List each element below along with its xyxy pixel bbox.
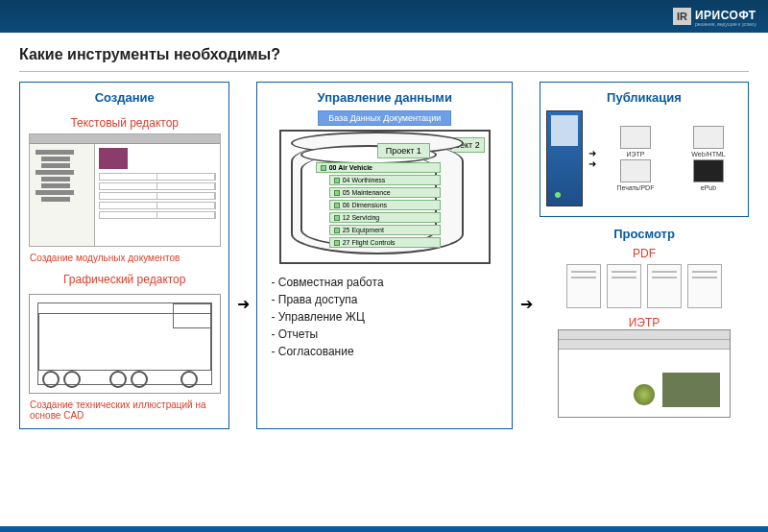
feature-item: - Управление ЖЦ — [271, 308, 498, 326]
footer-bar — [0, 526, 768, 532]
pdf-pages — [566, 264, 722, 308]
graphics-editor-caption: Создание технических иллюстраций на осно… — [26, 399, 223, 421]
tree-item: 27 Flight Controls — [329, 237, 441, 248]
output-ietp: ИЭТР — [602, 126, 669, 157]
feature-item: - Согласование — [271, 343, 498, 360]
feature-item: - Совместная работа — [271, 274, 498, 291]
title-divider — [19, 71, 749, 72]
text-editor-caption: Создание модульных документов — [26, 253, 223, 263]
database-diagram: Проект 2 00 Air Vehicle 04 Worthiness 05… — [279, 130, 491, 264]
printer-icon — [620, 159, 651, 182]
view-title: Просмотр — [613, 227, 675, 241]
creation-title: Создание — [95, 90, 155, 105]
feature-item: - Права доступа — [271, 291, 498, 308]
pdf-page-icon — [687, 264, 722, 308]
project-1-label: Проект 1 — [377, 143, 430, 158]
text-editor-label: Текстовый редактор — [70, 116, 179, 130]
publication-title: Публикация — [607, 90, 682, 105]
slide-title: Какие инструменты необходимы? — [0, 33, 768, 71]
tree-root-item: 00 Air Vehicle — [316, 162, 441, 173]
ietp-browser-mock — [558, 329, 731, 418]
view-block: Просмотр PDF ИЭТР — [540, 223, 749, 418]
db-label: База Данных Документации — [318, 110, 451, 126]
vehicle-image — [662, 373, 720, 407]
pdf-page-icon — [607, 264, 641, 308]
monitor-icon — [620, 126, 651, 149]
project-tree: 00 Air Vehicle 04 Worthiness 05 Maintena… — [316, 160, 441, 250]
tree-item: 04 Worthiness — [329, 175, 441, 185]
output-print: Печать/PDF — [602, 159, 669, 191]
logo-badge: IR — [673, 8, 691, 25]
arrow-1: ➜ — [239, 178, 247, 429]
tree-item: 25 Equipment — [329, 225, 441, 235]
brand-name: ИРИСОФТ — [695, 9, 756, 22]
tree-item: 12 Servicing — [329, 212, 441, 223]
browser-icon — [693, 126, 724, 149]
server-icon — [546, 110, 583, 206]
graphics-editor-label: Графический редактор — [63, 273, 186, 286]
pdf-page-icon — [647, 264, 682, 308]
tablet-icon — [693, 159, 724, 182]
tree-item: 06 Dimensions — [329, 200, 441, 210]
pdf-page-icon — [566, 264, 601, 308]
pdf-label: PDF — [633, 247, 656, 260]
arrow-2: ➔ — [522, 178, 530, 429]
creation-column: Создание Текстовый редактор — [19, 82, 229, 429]
tree-item: 05 Maintenance — [329, 187, 441, 198]
data-mgmt-title: Управление данными — [318, 90, 452, 105]
output-web: Web/HTML — [675, 126, 742, 157]
publication-box: Публикация ➜➜ ИЭТР Web/HTML Печать/PD — [540, 82, 749, 217]
publication-column: Публикация ➜➜ ИЭТР Web/HTML Печать/PD — [540, 82, 749, 429]
brand-logo: IR ИРИСОФТ решения, ведущие к успеху — [673, 6, 756, 27]
badge-icon — [634, 384, 655, 405]
text-editor-mock — [29, 133, 221, 247]
arrow-icon: ➜➜ — [588, 148, 596, 169]
data-management-column: Управление данными База Данных Документа… — [256, 82, 513, 429]
ietp-label: ИЭТР — [629, 316, 660, 329]
diagram-columns: Создание Текстовый редактор — [0, 82, 768, 429]
brand-tagline: решения, ведущие к успеху — [695, 21, 756, 27]
output-epub: ePub — [675, 159, 742, 191]
features-list: - Совместная работа - Права доступа - Уп… — [263, 274, 506, 360]
feature-item: - Отчеты — [271, 326, 498, 343]
cad-illustration-mock — [29, 294, 221, 394]
top-header: IR ИРИСОФТ решения, ведущие к успеху — [0, 0, 768, 33]
